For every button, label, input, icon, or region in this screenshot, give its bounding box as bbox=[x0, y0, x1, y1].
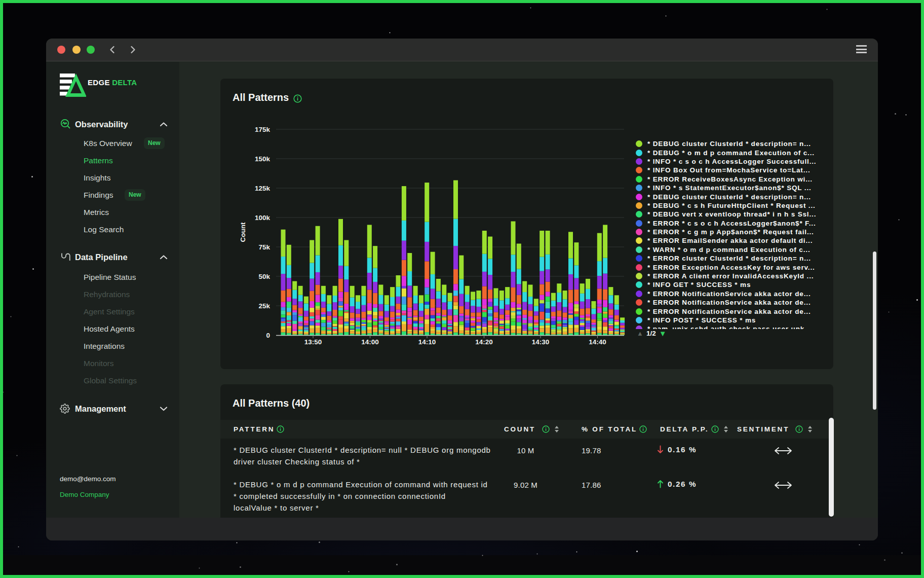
svg-text:50k: 50k bbox=[258, 273, 270, 280]
svg-text:25k: 25k bbox=[258, 302, 270, 310]
svg-text:14:30: 14:30 bbox=[532, 338, 550, 346]
svg-text:0: 0 bbox=[266, 332, 270, 339]
svg-text:14:40: 14:40 bbox=[589, 338, 606, 346]
svg-text:100k: 100k bbox=[255, 214, 271, 222]
svg-text:150k: 150k bbox=[255, 155, 271, 163]
svg-text:14:10: 14:10 bbox=[418, 338, 436, 346]
svg-text:14:00: 14:00 bbox=[361, 338, 379, 346]
svg-text:14:20: 14:20 bbox=[475, 338, 493, 346]
svg-text:75k: 75k bbox=[258, 243, 270, 251]
svg-text:125k: 125k bbox=[255, 185, 271, 192]
svg-text:Count: Count bbox=[239, 222, 247, 242]
svg-text:13:50: 13:50 bbox=[304, 338, 322, 346]
svg-text:175k: 175k bbox=[255, 126, 271, 133]
